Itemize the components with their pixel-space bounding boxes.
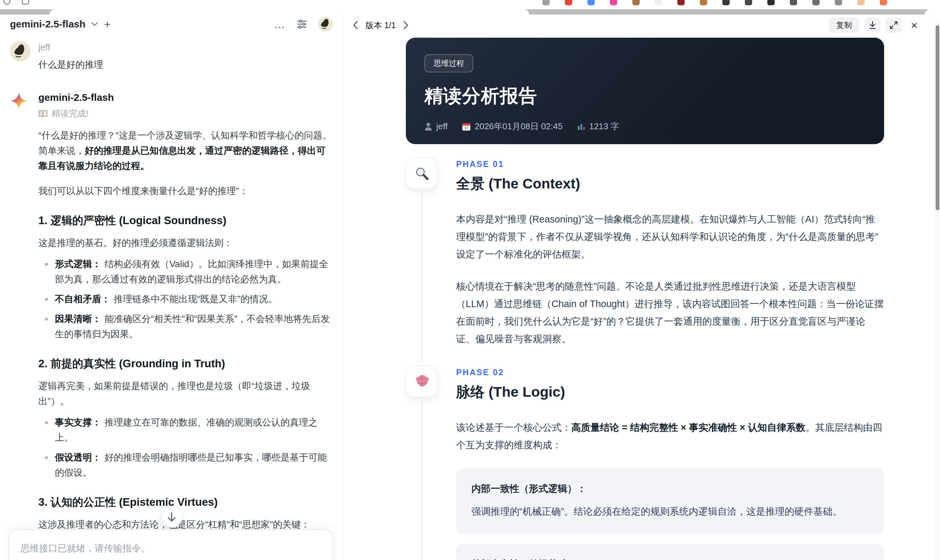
section-lead: 逻辑再完美，如果前提是错误的，推理也是垃圾（即“垃圾进，垃圾出”）。 xyxy=(39,378,333,409)
version-label: 版本 1/1 xyxy=(365,20,396,31)
extension-icon[interactable] xyxy=(542,0,550,5)
extension-icon[interactable] xyxy=(565,0,572,5)
extension-icon[interactable] xyxy=(610,0,617,5)
list-item: 事实支撑：推理建立在可靠的数据、准确的观测或公认的真理之上。 xyxy=(39,415,333,445)
extension-icon[interactable] xyxy=(857,0,864,5)
message-composer[interactable]: 思维接口已就绪，请传输指令。 xyxy=(9,529,333,560)
download-icon xyxy=(869,21,877,29)
report-title: 精读分析报告 xyxy=(424,84,866,109)
extension-icon[interactable] xyxy=(677,0,685,5)
composer-input[interactable]: 思维接口已就绪，请传输指令。 xyxy=(20,542,322,555)
close-button[interactable]: × xyxy=(907,17,922,33)
section-heading: 2. 前提的真实性 (Grounding in Truth) xyxy=(39,356,333,371)
close-icon: × xyxy=(911,19,917,32)
chevron-right-icon[interactable] xyxy=(403,21,408,29)
timeline-connector xyxy=(421,399,422,560)
meta-author: jeff xyxy=(424,122,447,132)
browser-nav-icons[interactable] xyxy=(3,0,29,5)
expand-button[interactable] xyxy=(886,17,901,33)
card-text: 强调推理的“机械正确”。结论必须在给定的规则系统内逻辑自洽，这是推理的硬件基础。 xyxy=(472,503,869,520)
meta-word-count: 1213 字 xyxy=(577,121,619,132)
report-meta: jeff 17 2026年01月08日 02:45 1 xyxy=(424,121,866,132)
tab-strip-end xyxy=(925,9,940,15)
meta-date: 17 2026年01月08日 02:45 xyxy=(462,121,562,132)
card-title: 内部一致性（形式逻辑）： xyxy=(472,482,869,495)
phase-paragraph: 核心情境在于解决“思考的随意性”问题。不论是人类通过批判性思维进行决策，还是大语… xyxy=(456,278,884,348)
report-content[interactable]: 思维过程 精读分析报告 jeff 17 xyxy=(343,36,935,560)
magnifier-icon xyxy=(406,157,438,189)
extension-icon[interactable] xyxy=(700,0,707,5)
assistant-paragraph: 我们可以从以下四个维度来衡量什么是“好的推理”： xyxy=(39,183,333,198)
section-heading: 3. 认知的公正性 (Epistemic Virtues) xyxy=(39,495,333,510)
extension-icon[interactable] xyxy=(745,0,752,5)
bar-chart-icon xyxy=(577,123,585,131)
artifact-pane: 版本 1/1 复制 xyxy=(343,15,940,560)
svg-text:17: 17 xyxy=(464,126,468,130)
extension-icon[interactable] xyxy=(880,0,887,5)
timeline-connector xyxy=(421,191,422,362)
gemini-logo-icon xyxy=(10,92,39,110)
extension-icon[interactable] xyxy=(587,0,595,5)
artifact-toolbar: 版本 1/1 复制 xyxy=(343,15,940,36)
chat-header: gemini-2.5-flash + … xyxy=(0,15,343,34)
brain-icon xyxy=(406,366,438,397)
card-title: 外部真实性（前提基础）： xyxy=(472,558,869,560)
extension-icons-row[interactable] xyxy=(542,0,938,9)
chevron-left-icon[interactable] xyxy=(353,21,358,29)
chat-message-list[interactable]: jeff 什么是好的推理 xyxy=(0,41,343,560)
message-author: gemini-2.5-flash xyxy=(39,92,333,103)
phase-section-2: PHASE 02 脉络 (The Logic) 该论述基于一个核心公式：高质量结… xyxy=(406,366,884,560)
list-item: 形式逻辑：结构必须有效（Valid）。比如演绎推理中，如果前提全部为真，那么通过… xyxy=(39,257,333,287)
phase-label: PHASE 01 xyxy=(456,159,884,169)
extension-icon[interactable] xyxy=(655,0,662,5)
phase-paragraph: 本内容是对“推理 (Reasoning)”这一抽象概念的高层建模。在知识爆炸与人… xyxy=(456,211,884,263)
arrow-down-icon xyxy=(167,512,176,522)
copy-button[interactable]: 复制 xyxy=(829,17,859,33)
extension-icon[interactable] xyxy=(835,0,842,5)
chevron-down-icon[interactable] xyxy=(91,22,98,26)
extension-icon[interactable] xyxy=(632,0,640,5)
chat-section-2: 2. 前提的真实性 (Grounding in Truth) 逻辑再完美，如果前… xyxy=(39,356,333,480)
scrollbar-thumb[interactable] xyxy=(936,25,939,210)
message-text: 什么是好的推理 xyxy=(39,57,333,72)
section-heading: 1. 逻辑的严密性 (Logical Soundness) xyxy=(39,213,333,228)
phase-label: PHASE 02 xyxy=(456,368,884,377)
extension-icon[interactable] xyxy=(722,0,730,5)
list-item: 不自相矛盾：推理链条中不能出现“既是又非”的情况。 xyxy=(39,292,333,307)
settings-sliders-icon[interactable] xyxy=(297,20,307,29)
dimension-card-2: 外部真实性（前提基础）： 强调推理的“经验校准”。解决“GIGO（垃圾进，垃圾出… xyxy=(456,544,884,560)
app-window: gemini-2.5-flash + … xyxy=(0,0,940,560)
browser-chrome-strip xyxy=(0,9,940,15)
message-author: jeff xyxy=(39,42,333,52)
expand-icon xyxy=(889,21,898,29)
list-item: 因果清晰：能准确区分“相关性”和“因果关系”，不会轻率地将先后发生的事情归为因果… xyxy=(39,311,333,342)
version-nav: 版本 1/1 xyxy=(353,20,408,31)
new-chat-button[interactable]: + xyxy=(104,18,111,31)
active-tab[interactable] xyxy=(49,9,529,15)
scrollbar[interactable] xyxy=(935,22,940,560)
assistant-message: gemini-2.5-flash 精读完成! “什么是好的推理？”这是一个涉及逻… xyxy=(10,91,333,560)
open-book-icon xyxy=(39,110,48,118)
apps-grid-icon[interactable] xyxy=(22,0,29,5)
more-options-icon[interactable]: … xyxy=(274,21,286,28)
extension-icon[interactable] xyxy=(812,0,820,5)
reload-icon[interactable] xyxy=(3,0,11,5)
person-icon xyxy=(424,122,432,131)
user-message: jeff 什么是好的推理 xyxy=(10,41,333,72)
download-button[interactable] xyxy=(864,17,880,33)
phase-title: 脉络 (The Logic) xyxy=(456,383,884,402)
phase-title: 全景 (The Context) xyxy=(456,174,884,193)
report-type-badge: 思维过程 xyxy=(424,54,473,72)
dimension-card-1: 内部一致性（形式逻辑）： 强调推理的“机械正确”。结论必须在给定的规则系统内逻辑… xyxy=(456,468,884,534)
browser-toolbar xyxy=(0,0,940,15)
user-avatar[interactable] xyxy=(318,17,333,31)
phase-paragraph: 该论述基于一个核心公式：高质量结论 = 结构完整性 × 事实准确性 × 认知自律… xyxy=(456,419,884,454)
calendar-icon: 17 xyxy=(462,122,471,131)
user-avatar xyxy=(10,41,31,62)
extension-icon[interactable] xyxy=(790,0,797,5)
assistant-paragraph: “什么是好的推理？”这是一个涉及逻辑学、认知科学和哲学核心的问题。简单来说，好的… xyxy=(39,128,333,174)
scroll-to-bottom-button[interactable] xyxy=(161,506,182,528)
section-lead: 这是推理的基石。好的推理必须遵循逻辑法则： xyxy=(39,235,333,251)
extension-icon[interactable] xyxy=(767,0,775,5)
model-selector[interactable]: gemini-2.5-flash xyxy=(10,18,85,30)
